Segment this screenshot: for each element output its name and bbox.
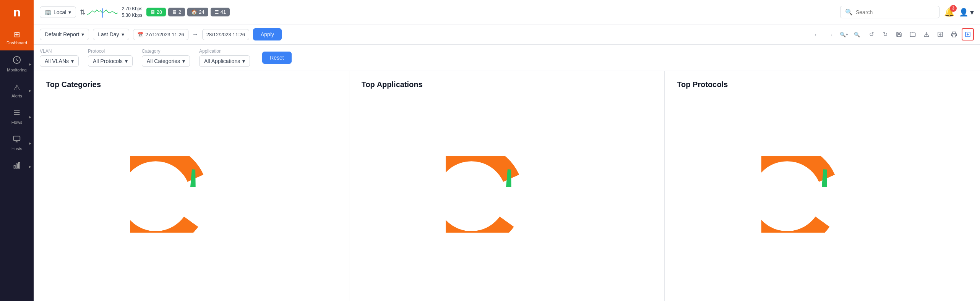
- chevron-down-icon: ▾: [125, 58, 128, 64]
- top-categories-chart: [46, 97, 337, 292]
- chevron-right-icon: ▶: [29, 89, 31, 92]
- protocol-label: Protocol: [88, 49, 133, 54]
- monitoring-icon: [13, 56, 21, 66]
- user-menu[interactable]: 👤 ▾: [959, 8, 974, 17]
- flows-icon: [13, 109, 21, 118]
- category-dropdown[interactable]: All Categories ▾: [142, 55, 190, 67]
- chevron-down-icon: ▾: [182, 58, 185, 64]
- svg-rect-7: [14, 165, 15, 168]
- undo-button[interactable]: ↺: [865, 28, 878, 40]
- reset-button[interactable]: Reset: [262, 52, 292, 64]
- svg-rect-4: [14, 136, 20, 141]
- chevron-right-icon: ▶: [29, 115, 31, 118]
- stat-badges: 🖥 28 🖥 2 🏠 24 ☰ 41: [146, 8, 230, 16]
- chevron-right-icon: ▶: [29, 141, 31, 145]
- local-dropdown[interactable]: 🏢 Local ▾: [40, 6, 76, 18]
- stat-badge-screens[interactable]: 🖥 2: [168, 8, 185, 16]
- sidebar-item-dashboard[interactable]: ⊞ Dashboard: [0, 24, 34, 50]
- stat-badge-home[interactable]: 🏠 24: [187, 8, 208, 16]
- top-protocols-title: Top Protocols: [677, 80, 968, 89]
- date-range-arrow-icon: →: [192, 31, 198, 38]
- vlan-filter-group: VLAN All VLANs ▾: [40, 49, 79, 67]
- updown-arrows-icon: ⇅: [80, 8, 86, 16]
- chevron-right-icon: ▶: [29, 165, 31, 168]
- category-label: Category: [142, 49, 190, 54]
- nav-forward-button[interactable]: →: [824, 28, 836, 40]
- chevron-down-icon: ▾: [81, 31, 84, 37]
- open-folder-button[interactable]: [907, 28, 919, 40]
- vlan-dropdown[interactable]: All VLANs ▾: [40, 55, 79, 67]
- sidebar-item-monitoring[interactable]: Monitoring ▶: [0, 50, 34, 78]
- zoom-out-button[interactable]: 🔍-: [852, 28, 864, 40]
- protocol-filter-group: Protocol All Protocols ▾: [88, 49, 133, 67]
- traffic-arrows: ⇅: [80, 7, 118, 18]
- svg-rect-14: [952, 35, 956, 37]
- category-filter-group: Category All Categories ▾: [142, 49, 190, 67]
- top-applications-title: Top Applications: [362, 80, 652, 89]
- main-content: 🏢 Local ▾ ⇅ 2.70 Kbps 5.30 Kbps: [34, 0, 980, 301]
- screen-icon: 🖥: [172, 9, 177, 15]
- application-dropdown[interactable]: All Applications ▾: [199, 55, 250, 67]
- top-protocols-panel: Top Protocols: [665, 71, 980, 301]
- notification-badge: 3: [950, 5, 957, 12]
- traffic-rates: 2.70 Kbps 5.30 Kbps: [122, 6, 142, 19]
- print-button[interactable]: [948, 28, 960, 40]
- list-icon: ☰: [214, 9, 219, 15]
- sidebar-item-stats[interactable]: ▶: [0, 156, 34, 176]
- chevron-down-icon: ▾: [970, 8, 974, 17]
- sidebar-item-hosts[interactable]: Hosts ▶: [0, 130, 34, 156]
- chevron-down-icon: ▾: [242, 58, 245, 64]
- alert-icon: ⚠: [13, 83, 20, 92]
- top-protocols-chart: [677, 97, 968, 292]
- calendar-icon: 📅: [137, 32, 143, 37]
- date-to-input[interactable]: 28/12/2023 11:26: [202, 29, 249, 40]
- top-applications-panel: Top Applications: [349, 71, 665, 301]
- apply-button[interactable]: Apply: [253, 28, 282, 40]
- application-filter-group: Application All Applications ▾: [199, 49, 250, 67]
- nav-back-button[interactable]: ←: [810, 28, 823, 40]
- chevron-down-icon: ▾: [71, 58, 74, 64]
- chevron-down-icon: ▾: [68, 9, 71, 15]
- date-from-input[interactable]: 📅 27/12/2023 11:26: [133, 29, 188, 40]
- download-alt-button[interactable]: [934, 28, 946, 40]
- save-button[interactable]: [893, 28, 905, 40]
- sidebar-item-label: Monitoring: [7, 68, 26, 72]
- top-categories-donut-svg: [130, 156, 252, 233]
- top-protocols-donut-svg: [761, 156, 884, 233]
- server-icon: 🏢: [45, 9, 51, 15]
- report-dropdown[interactable]: Default Report ▾: [40, 29, 89, 40]
- sidebar-item-flows[interactable]: Flows ▶: [0, 104, 34, 130]
- toolbar-icons: ← → 🔍+ 🔍- ↺ ↻: [810, 28, 974, 40]
- home-icon: 🏠: [191, 9, 197, 15]
- protocol-dropdown[interactable]: All Protocols ▾: [88, 55, 133, 67]
- refresh-button[interactable]: ↻: [879, 28, 891, 40]
- filter-row: VLAN All VLANs ▾ Protocol All Protocols …: [34, 45, 980, 71]
- hosts-icon: [13, 135, 21, 145]
- monitor-icon: 🖥: [150, 9, 155, 15]
- stat-badge-monitors[interactable]: 🖥 28: [146, 8, 166, 16]
- sidebar-item-label: Alerts: [11, 94, 22, 98]
- download-button[interactable]: [920, 28, 933, 40]
- sidebar-item-label: Flows: [11, 120, 23, 125]
- chevron-right-icon: ▶: [29, 62, 31, 66]
- top-applications-donut-svg: [446, 156, 568, 233]
- vlan-label: VLAN: [40, 49, 79, 54]
- sidebar-item-label: Hosts: [11, 146, 22, 151]
- new-report-button[interactable]: [962, 28, 974, 40]
- top-applications-chart: [362, 97, 652, 292]
- sidebar: n ⊞ Dashboard Monitoring ▶ ⚠ Alerts ▶ Fl…: [0, 0, 34, 301]
- top-categories-title: Top Categories: [46, 80, 337, 89]
- search-box[interactable]: 🔍: [840, 6, 939, 18]
- dashboard-icon: ⊞: [14, 30, 20, 39]
- stat-badge-list[interactable]: ☰ 41: [211, 8, 230, 16]
- time-range-dropdown[interactable]: Last Day ▾: [93, 29, 129, 40]
- filter-bar: Default Report ▾ Last Day ▾ 📅 27/12/2023…: [34, 24, 980, 45]
- chevron-down-icon: ▾: [122, 31, 124, 37]
- zoom-in-button[interactable]: 🔍+: [838, 28, 850, 40]
- topbar-right: 🔍 🔔 3 👤 ▾: [840, 6, 974, 18]
- search-input[interactable]: [856, 9, 935, 15]
- app-logo[interactable]: n: [0, 0, 34, 24]
- sidebar-item-alerts[interactable]: ⚠ Alerts ▶: [0, 78, 34, 104]
- bell-button[interactable]: 🔔 3: [944, 7, 954, 17]
- user-icon: 👤: [959, 8, 969, 17]
